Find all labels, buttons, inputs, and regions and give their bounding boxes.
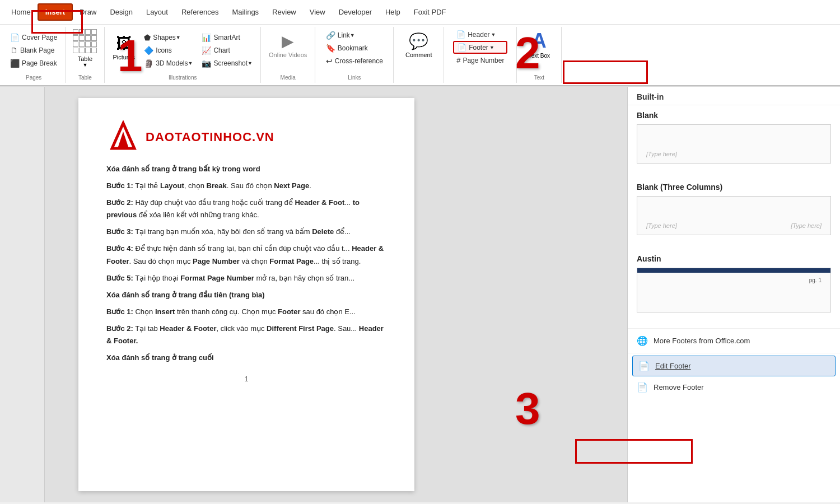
icons-icon: 🔷 <box>144 46 153 55</box>
menu-help[interactable]: Help <box>379 4 407 20</box>
link-button[interactable]: 🔗 Link ▼ <box>323 29 386 41</box>
illustrations-right-buttons: 📊 SmartArt 📈 Chart 📷 Screenshot ▼ <box>198 29 256 69</box>
austin-preview[interactable]: pg. 1 <box>637 268 831 312</box>
smartart-icon: 📊 <box>202 33 211 42</box>
menu-home[interactable]: Home <box>4 4 38 20</box>
austin-section: Austin pg. 1 <box>628 249 840 326</box>
comment-icon: 💬 <box>409 32 428 50</box>
badge-number-1: 1 <box>118 34 143 78</box>
menu-references[interactable]: References <box>175 4 225 20</box>
doc-heading: Xóa đánh số trang ở trang bất kỳ trong w… <box>106 165 260 173</box>
menu-design[interactable]: Design <box>103 4 139 20</box>
icons-button[interactable]: 🔷 Icons <box>141 44 196 57</box>
doc-step-b1: Bước 1: Chọn Insert trên thanh công cụ. … <box>106 306 386 318</box>
step4-label: Bước 4: <box>106 244 133 253</box>
blank-placeholder: [Type here] <box>646 151 677 157</box>
left-margin <box>0 87 45 502</box>
links-buttons: 🔗 Link ▼ 🔖 Bookmark ↩ Cross-reference <box>323 27 386 67</box>
illustrations-small-buttons: ⬟ Shapes ▼ 🔷 Icons 🗿 3D Models ▼ <box>141 29 196 69</box>
menu-review[interactable]: Review <box>265 4 303 20</box>
header-footer-buttons: 📄 Header ▼ 📄 Footer ▼ # Page Number <box>453 27 507 66</box>
bookmark-icon: 🔖 <box>326 44 335 53</box>
menu-foxit[interactable]: Foxit PDF <box>407 4 453 20</box>
smartart-button[interactable]: 📊 SmartArt <box>198 31 256 44</box>
three-col-placeholder-right: [Type here] <box>791 222 822 229</box>
doc-step-3: Bước 3: Tại trang bạn muốn xóa, hãy bôi … <box>106 226 386 238</box>
group-comments: 💬 Comment <box>394 27 444 83</box>
doc-step-4: Bước 4: Để thực hiện đánh số trang lại, … <box>106 242 386 267</box>
table-label: Table <box>78 73 92 83</box>
table-grid-icon <box>73 29 97 53</box>
menu-view[interactable]: View <box>303 4 332 20</box>
page-number-icon: # <box>456 56 460 64</box>
shapes-button[interactable]: ⬟ Shapes ▼ <box>141 31 196 44</box>
3d-arrow: ▼ <box>188 60 193 66</box>
link-icon: 🔗 <box>326 31 335 40</box>
header-button[interactable]: 📄 Header ▼ <box>453 29 507 40</box>
doc-step-b2: Bước 2: Tại tab Header & Footer, click v… <box>106 323 386 347</box>
footer-arrow: ▼ <box>489 45 494 50</box>
table-dropdown-arrow: ▼ <box>82 62 87 68</box>
header-arrow: ▼ <box>491 32 496 38</box>
bookmark-button[interactable]: 🔖 Bookmark <box>323 42 386 54</box>
document-area: DAOTAOTINHOC.VN Xóa đánh số trang ở tran… <box>0 87 840 502</box>
step3-label: Bước 3: <box>106 227 133 236</box>
blank-three-col-title: Blank (Three Columns) <box>637 183 831 192</box>
menu-mailings[interactable]: Mailings <box>225 4 265 20</box>
table-button[interactable]: Table ▼ <box>73 27 97 68</box>
pages-buttons: 📄 Cover Page 🗋 Blank Page ⬛ Page Break <box>7 27 60 73</box>
stepb1-text: Chọn Insert trên thanh công cụ. Chọn mục… <box>135 307 355 316</box>
step1-text: Tại thẻ Layout, chọn Break. Sau đó chọn … <box>135 181 311 190</box>
section-heading-1: Xóa đánh số trang ở trang đầu tiên (tran… <box>106 291 265 299</box>
dropdown-title: Built-in <box>628 87 840 105</box>
pages-row: 📄 Cover Page 🗋 Blank Page ⬛ Page Break <box>7 29 60 69</box>
blank-three-col-preview[interactable]: [Type here] [Type here] <box>637 196 831 235</box>
chart-button[interactable]: 📈 Chart <box>198 44 256 57</box>
cross-reference-button[interactable]: ↩ Cross-reference <box>323 55 386 67</box>
group-media: ▶ Online Videos Media <box>261 27 315 83</box>
header-icon: 📄 <box>456 30 465 39</box>
blank-page-icon: 🗋 <box>10 46 18 55</box>
step2-label: Bước 2: <box>106 198 133 207</box>
edit-footer-item[interactable]: 📄 Edit Footer <box>632 356 836 376</box>
document-main: DAOTAOTINHOC.VN Xóa đánh số trang ở tran… <box>45 87 627 502</box>
page-break-button[interactable]: ⬛ Page Break <box>7 57 60 69</box>
page-number: 1 <box>106 375 386 383</box>
footer-button[interactable]: 📄 Footer ▼ <box>453 41 507 54</box>
group-table: Table ▼ Table <box>66 27 105 83</box>
online-videos-button[interactable]: ▶ Online Videos <box>265 27 310 63</box>
group-header-footer: 📄 Header ▼ 📄 Footer ▼ # Page Number <box>444 27 517 83</box>
remove-footer-item[interactable]: 📄 Remove Footer <box>628 377 840 397</box>
footer-dropdown-panel: Built-in Blank [Type here] Blank (Three … <box>627 87 840 502</box>
comment-button[interactable]: 💬 Comment <box>402 27 436 63</box>
menu-insert[interactable]: Insert <box>38 3 73 21</box>
pages-label: Pages <box>26 73 41 83</box>
cover-page-icon: 📄 <box>10 33 20 42</box>
globe-icon: 🌐 <box>637 335 648 346</box>
austin-bottom: pg. 1 <box>637 273 830 288</box>
screenshot-arrow: ▼ <box>248 60 253 66</box>
document-page: DAOTAOTINHOC.VN Xóa đánh số trang ở tran… <box>78 98 414 491</box>
screenshot-button[interactable]: 📷 Screenshot ▼ <box>198 57 256 69</box>
page-number-button[interactable]: # Page Number <box>453 55 507 66</box>
divider2 <box>628 353 840 353</box>
blank-preview[interactable]: [Type here] <box>637 124 831 164</box>
footer-icon: 📄 <box>458 43 466 52</box>
logo-text: DAOTAOTINHOC.VN <box>146 130 274 144</box>
step1-label: Bước 1: <box>106 181 133 190</box>
menu-developer[interactable]: Developer <box>332 4 379 20</box>
group-links: 🔗 Link ▼ 🔖 Bookmark ↩ Cross-reference Li… <box>315 27 394 83</box>
more-footers-item[interactable]: 🌐 More Footers from Office.com <box>628 331 840 351</box>
menu-layout[interactable]: Layout <box>139 4 175 20</box>
blank-page-button[interactable]: 🗋 Blank Page <box>7 44 60 57</box>
more-footers-label: More Footers from Office.com <box>654 337 750 345</box>
cross-ref-icon: ↩ <box>326 57 333 66</box>
doc-step-2: Bước 2: Hãy đúp chuột vào đầu trang hoặc… <box>106 197 386 221</box>
step5-label: Bước 5: <box>106 274 133 282</box>
group-pages: 📄 Cover Page 🗋 Blank Page ⬛ Page Break P… <box>2 27 66 83</box>
menu-draw[interactable]: Draw <box>73 4 103 20</box>
3d-models-button[interactable]: 🗿 3D Models ▼ <box>141 57 196 69</box>
cover-page-button[interactable]: 📄 Cover Page <box>7 31 60 44</box>
step3-text: Tại trang bạn muốn xóa, hãy bôi đen số t… <box>135 227 351 236</box>
badge-number-3: 3 <box>515 386 540 431</box>
